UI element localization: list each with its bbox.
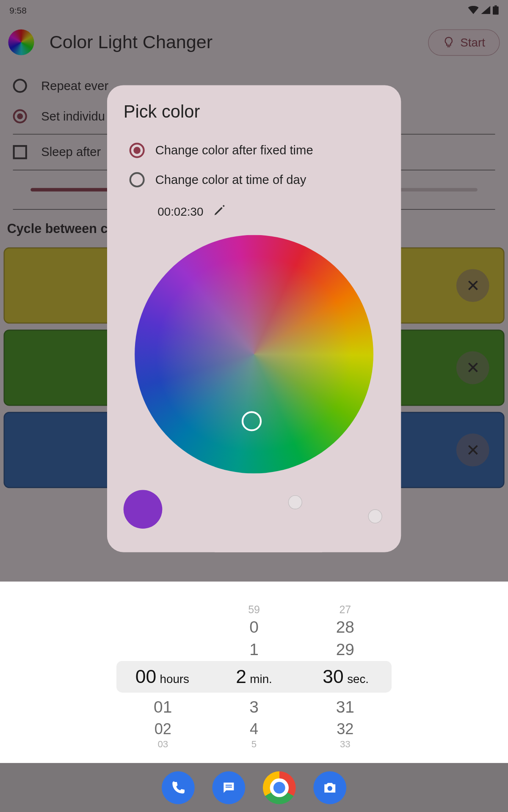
time-picker[interactable]: 01 02 03 59 0 1 3 4 5 27 28 29 31 32 33 — [0, 582, 508, 763]
option-time-of-day[interactable]: Change color at time of day — [120, 165, 388, 194]
hours-unit: hours — [160, 672, 189, 686]
seconds-unit: sec. — [347, 672, 369, 686]
wheel-cursor-icon[interactable] — [242, 411, 262, 431]
minutes-unit: min. — [250, 672, 272, 686]
minutes-value: 2 — [236, 666, 246, 687]
wheel-item[interactable]: 29 — [300, 640, 391, 659]
slider-thumb-icon[interactable] — [288, 495, 302, 509]
hours-value: 00 — [135, 666, 156, 687]
wheel-item[interactable]: 3 — [208, 698, 299, 716]
color-wheel-wrap — [120, 225, 388, 478]
phone-icon — [171, 780, 186, 796]
svg-point-5 — [328, 786, 332, 791]
phone-app-button[interactable] — [162, 771, 195, 804]
radio-icon — [130, 172, 145, 187]
slider-thumb-icon[interactable] — [368, 509, 382, 523]
wheel-item[interactable]: 03 — [117, 739, 208, 749]
pick-color-modal: Pick color Change color after fixed time… — [107, 85, 401, 552]
seconds-selected: 30 sec. — [300, 666, 392, 687]
time-value: 00:02:30 — [157, 205, 203, 219]
wheel-item[interactable]: 5 — [208, 739, 299, 749]
wheel-item[interactable]: 1 — [208, 640, 299, 659]
option-tod-label: Change color at time of day — [155, 173, 306, 187]
wheel-item[interactable]: 32 — [300, 720, 391, 738]
swatch-row — [120, 478, 388, 529]
wheel-item[interactable]: 0 — [208, 618, 299, 636]
pencil-icon — [213, 204, 226, 217]
wheel-item[interactable]: 02 — [117, 720, 208, 738]
message-icon — [221, 780, 236, 796]
wheel-item[interactable]: 59 — [208, 604, 299, 616]
minutes-selected: 2 min. — [208, 666, 300, 687]
radio-selected-icon — [130, 143, 145, 158]
nav-bar — [0, 763, 508, 812]
option-fixed-label: Change color after fixed time — [155, 143, 313, 157]
chrome-app-button[interactable] — [263, 771, 296, 804]
color-wheel[interactable] — [135, 235, 373, 474]
wheel-item[interactable]: 4 — [208, 720, 299, 738]
wheel-item[interactable]: 33 — [300, 739, 391, 749]
time-display-row: 00:02:30 — [120, 195, 388, 225]
camera-app-button[interactable] — [313, 771, 346, 804]
camera-icon — [322, 779, 338, 796]
hours-selected: 00 hours — [116, 666, 208, 687]
wheel-item[interactable]: 01 — [117, 698, 208, 716]
edit-time-button[interactable] — [213, 204, 226, 220]
seconds-value: 30 — [323, 666, 343, 687]
modal-title: Pick color — [120, 102, 388, 121]
wheel-item[interactable]: 27 — [300, 604, 391, 616]
messages-app-button[interactable] — [212, 771, 245, 804]
option-fixed-time[interactable]: Change color after fixed time — [120, 136, 388, 165]
picker-selection-band: 00 hours 2 min. 30 sec. — [116, 661, 392, 693]
wheel-item[interactable]: 31 — [300, 698, 391, 716]
color-swatch[interactable] — [124, 490, 163, 529]
wheel-item[interactable]: 28 — [300, 618, 391, 636]
